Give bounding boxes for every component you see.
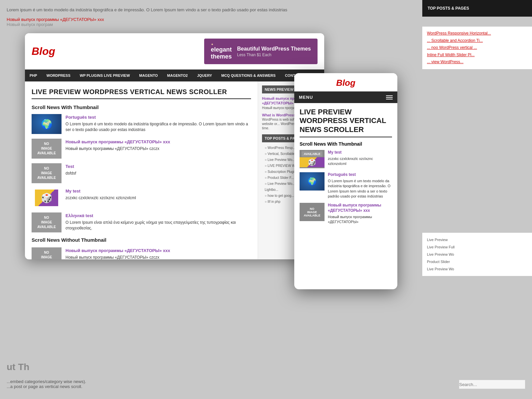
desktop-news-text-5: O Lorem Ipsum είναι απλά ένα κείμενο χωρ…	[66, 220, 251, 231]
desktop-news-item-1: Português test O Lorem Ipsum é um texto …	[32, 114, 251, 134]
desktop-news-content-4: My test zczxkc czxlcknxzlc xzclxznc xzlc…	[66, 188, 136, 201]
noimage-line3: AVAILABLE	[304, 214, 320, 217]
bg-right-link-3[interactable]: ... noo WordPress vertical ...	[427, 44, 527, 52]
hamburger-line-3	[386, 99, 393, 99]
hamburger-menu-button[interactable]	[386, 95, 393, 99]
bg-right-link-2[interactable]: ... Scrollable and Accordion Ti...	[427, 37, 527, 45]
desktop-ad-text: Beautiful WordPress Themes	[237, 46, 311, 53]
bg-bottom-text: ...embed categories/category wise news).…	[7, 379, 86, 389]
desktop-blog-header: Blog ✦ elegantthemes Beautiful WordPress…	[25, 33, 324, 69]
desktop-nothumb-content-1: Новый выпуск программы «ДЕГУСТАТОРЫ» xxx…	[66, 247, 170, 259]
desktop-thumb-noimage-5: NOIMAGEAVAILABLE	[32, 212, 62, 232]
bg-right-link-1[interactable]: WordPress Responsive Horizontal...	[427, 30, 527, 37]
desktop-thumb-colorful: 🎲	[32, 188, 62, 208]
bg-right-panel-bottom: Live Preview Live Preview Full Live Prev…	[422, 233, 532, 276]
nav-magento[interactable]: MAGENTO	[135, 69, 163, 81]
dice-icon-mobile: 🎲	[300, 157, 325, 167]
desktop-news-text-4: zczxkc czxlcknxzlc xzclxznc xzlcnzxlcml	[66, 195, 136, 201]
desktop-title-divider	[32, 98, 251, 99]
desktop-news-text-3: dsfdsf	[66, 171, 76, 176]
nav-jquery[interactable]: JQUERY	[193, 69, 217, 81]
nav-wp-plugins[interactable]: WP PLUGINS LIVE PREVIEW	[75, 69, 135, 81]
desktop-ad-subtext: Less Than $1 Each	[237, 53, 311, 57]
mobile-blog-header: Blog	[294, 73, 397, 91]
desktop-news-link-2[interactable]: Новый выпуск программы «ДЕГУСТАТОРЫ» xxx	[66, 139, 170, 144]
desktop-news-link-1[interactable]: Português test	[66, 115, 96, 120]
mobile-thumb-available: AVAILABLE 🎲	[300, 150, 325, 168]
desktop-section1-title: Scroll News With Thumbnail	[32, 104, 251, 110]
mobile-news-text-1: zczxkc czxlcknxzlc xzclxznc xzlcnzxlcml	[328, 156, 392, 167]
mobile-news-text-2: O Lorem Ipsum é um texto modelo da indús…	[328, 179, 392, 199]
desktop-news-content-5: Ελληνικά test O Lorem Ipsum είναι απλά έ…	[66, 212, 251, 231]
nav-wordpress[interactable]: WORDPRESS	[42, 69, 75, 81]
mobile-news-link-1[interactable]: My test	[328, 150, 392, 155]
available-badge-label: AVAILABLE	[302, 151, 322, 157]
desktop-thumb-earth	[32, 114, 62, 134]
mobile-thumb-noimage: NO IMAGE AVAILABLE	[300, 203, 325, 221]
mobile-news-link-2[interactable]: Português test	[328, 172, 392, 178]
mobile-thumb-earth: 🌍	[300, 172, 325, 191]
desktop-ad-banner[interactable]: ✦ elegantthemes Beautiful WordPress Them…	[204, 39, 318, 64]
desktop-nothumb-link-1[interactable]: Новый выпуск программы «ДЕГУСТАТОРЫ» xxx	[66, 248, 170, 253]
bg-top-bar-text: TOP POSTS & PAGES	[428, 6, 469, 11]
desktop-nothumb-text-1: Новый выпуск программы «ДЕГУСТАТОРЫ» czc…	[66, 255, 170, 259]
desktop-news-content-2: Новый выпуск программы «ДЕГУСТАТОРЫ» xxx…	[66, 139, 170, 152]
desktop-news-text-1: O Lorem Ipsum é um texto modelo da indús…	[66, 121, 251, 133]
nav-mcq[interactable]: MCQ QUESTIONS & ANSWERS	[217, 69, 280, 81]
bg-search-input[interactable]	[459, 380, 525, 389]
mobile-news-item-2: 🌍 Português test O Lorem Ipsum é um text…	[300, 172, 392, 199]
mobile-news-link-3[interactable]: Новый выпуск программы «ДЕГУСТАТОРЫ» xxx	[328, 203, 392, 213]
desktop-nothumb-noimage-1: NOIMAGEAVAILABLE	[32, 247, 62, 259]
desktop-section2-title: Scroll News Without Thumbnail	[32, 237, 251, 243]
mobile-page-divider	[300, 137, 392, 137]
mobile-news-content-1: My test zczxkc czxlcknxzlc xzclxznc xzlc…	[328, 150, 392, 166]
mobile-blog-title: Blog	[300, 78, 392, 88]
mobile-menu-label: MENU	[299, 95, 313, 100]
desktop-nav-bar: PHP WORDPRESS WP PLUGINS LIVE PREVIEW MA…	[25, 69, 324, 81]
desktop-nothumb-item-1: NOIMAGEAVAILABLE Новый выпуск программы …	[32, 247, 251, 259]
desktop-news-item-3: NOIMAGEAVAILABLE Test dsfdsf	[32, 163, 251, 183]
desktop-news-content-3: Test dsfdsf	[66, 163, 76, 176]
hamburger-line-2	[386, 97, 393, 98]
desktop-main-content: LIVE PREVIEW WORDPRESS VERTICAL NEWS SCR…	[25, 81, 324, 259]
mobile-news-item-3: NO IMAGE AVAILABLE Новый выпуск программ…	[300, 203, 392, 224]
desktop-news-link-3[interactable]: Test	[66, 164, 74, 169]
desktop-news-item-5: NOIMAGEAVAILABLE Ελληνικά test O Lorem I…	[32, 212, 251, 232]
mobile-section-title: Scroll News With Thumbnail	[300, 141, 392, 147]
mobile-window: Blog MENU LIVE PREVIEW WORDPRESS VERTICA…	[294, 73, 397, 289]
hamburger-line-1	[386, 95, 393, 96]
desktop-news-link-4[interactable]: My test	[66, 189, 80, 194]
bg-red-link: Новый выпуск программы «ДЕГУСТАТОРЫ» xxx	[7, 17, 525, 22]
mobile-nav-bar: MENU	[294, 91, 397, 103]
bg-gray-note: Новый выпуск програм	[7, 22, 525, 27]
bg-top-bar: TOP POSTS & PAGES	[422, 0, 532, 17]
desktop-news-link-5[interactable]: Ελληνικά test	[66, 213, 93, 218]
noimage-line1: NO	[310, 207, 315, 210]
noimage-line2: IMAGE	[307, 210, 317, 214]
bg-right-panel: WordPress Responsive Horizontal... ... S…	[422, 27, 532, 69]
desktop-blog-title: Blog	[32, 45, 55, 58]
mobile-news-text-3: Новый выпуск программы «ДЕГУСТАТОРЫ»	[328, 214, 392, 225]
nav-magento2[interactable]: MAGENTO2	[163, 69, 193, 81]
bg-right-link-4[interactable]: Inline Full Width Slider Pl...	[427, 52, 527, 59]
desktop-page-title: LIVE PREVIEW WORDPRESS VERTICAL NEWS SCR…	[32, 88, 251, 96]
mobile-news-item-1: AVAILABLE 🎲 My test zczxkc czxlcknxzlc x…	[300, 150, 392, 168]
desktop-thumb-noimage-3: NOIMAGEAVAILABLE	[32, 163, 62, 183]
mobile-content: LIVE PREVIEW WORDPRESS VERTICAL NEWS SCR…	[294, 103, 397, 286]
desktop-content-left: LIVE PREVIEW WORDPRESS VERTICAL NEWS SCR…	[25, 81, 258, 259]
desktop-news-item-2: NOIMAGEAVAILABLE Новый выпуск программы …	[32, 139, 251, 159]
desktop-ad-logo: ✦ elegantthemes	[211, 43, 232, 60]
desktop-thumb-noimage-2: NOIMAGEAVAILABLE	[32, 139, 62, 159]
bg-bottom-title: ut Th	[7, 362, 29, 372]
mobile-page-title: LIVE PREVIEW WORDPRESS VERTICAL NEWS SCR…	[300, 108, 392, 134]
desktop-news-text-2: Новый выпуск программы «ДЕГУСТАТОРЫ» czc…	[66, 146, 170, 152]
dice-icon: 🎲	[35, 190, 58, 206]
desktop-news-item-4: 🎲 My test zczxkc czxlcknxzlc xzclxznc xz…	[32, 188, 251, 208]
desktop-window: Blog ✦ elegantthemes Beautiful WordPress…	[25, 33, 324, 259]
nav-php[interactable]: PHP	[25, 69, 42, 81]
desktop-news-content-1: Português test O Lorem Ipsum é um texto …	[66, 114, 251, 133]
mobile-news-content-2: Português test O Lorem Ipsum é um texto …	[328, 172, 392, 199]
bg-right-link-5[interactable]: ... view WordPress...	[427, 59, 527, 66]
bg-sidebar-live-links: Live Preview Live Preview Full Live Prev…	[427, 236, 527, 273]
mobile-news-content-3: Новый выпуск программы «ДЕГУСТАТОРЫ» xxx…	[328, 203, 392, 224]
